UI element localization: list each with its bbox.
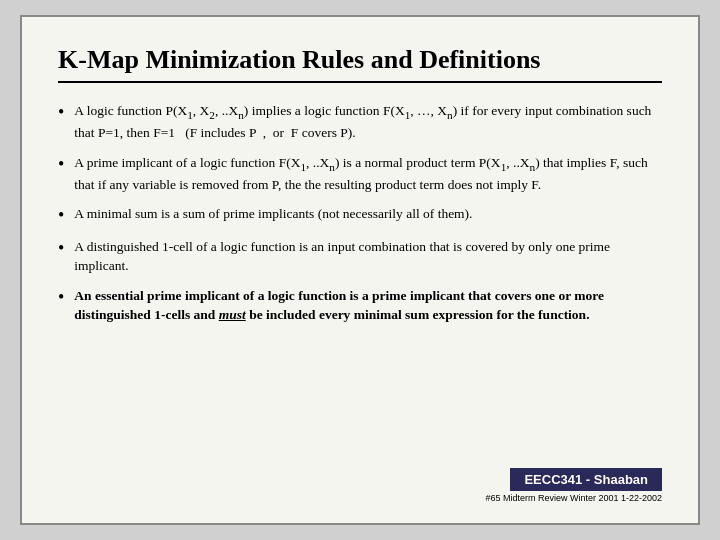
bullet-dot: • — [58, 287, 64, 309]
bullet-dot: • — [58, 205, 64, 227]
slide-footer: EECC341 - Shaaban #65 Midterm Review Win… — [58, 468, 662, 503]
bullet-dot: • — [58, 102, 64, 124]
bullet-text-4: A distinguished 1-cell of a logic functi… — [74, 237, 662, 276]
bullet-text-1: A logic function P(X1, X2, ..Xn) implies… — [74, 101, 662, 143]
bullet-text-3: A minimal sum is a sum of prime implican… — [74, 204, 662, 224]
list-item: • A logic function P(X1, X2, ..Xn) impli… — [58, 101, 662, 143]
list-item: • A prime implicant of a logic function … — [58, 153, 662, 195]
footer-area: EECC341 - Shaaban #65 Midterm Review Win… — [485, 468, 662, 503]
bullet-dot: • — [58, 238, 64, 260]
bullet-text-2: A prime implicant of a logic function F(… — [74, 153, 662, 195]
slide-container: K-Map Minimization Rules and Definitions… — [20, 15, 700, 525]
bullet-text-5: An essential prime implicant of a logic … — [74, 286, 662, 325]
slide-title: K-Map Minimization Rules and Definitions — [58, 45, 662, 83]
list-item: • A distinguished 1-cell of a logic func… — [58, 237, 662, 276]
bold-segment: An essential prime implicant of a logic … — [74, 288, 604, 323]
footer-label: EECC341 - Shaaban — [510, 468, 662, 491]
list-item: • An essential prime implicant of a logi… — [58, 286, 662, 325]
must-word: must — [219, 307, 246, 322]
list-item: • A minimal sum is a sum of prime implic… — [58, 204, 662, 227]
footer-sub-label: #65 Midterm Review Winter 2001 1-22-2002 — [485, 493, 662, 503]
bullet-list: • A logic function P(X1, X2, ..Xn) impli… — [58, 101, 662, 460]
bullet-dot: • — [58, 154, 64, 176]
